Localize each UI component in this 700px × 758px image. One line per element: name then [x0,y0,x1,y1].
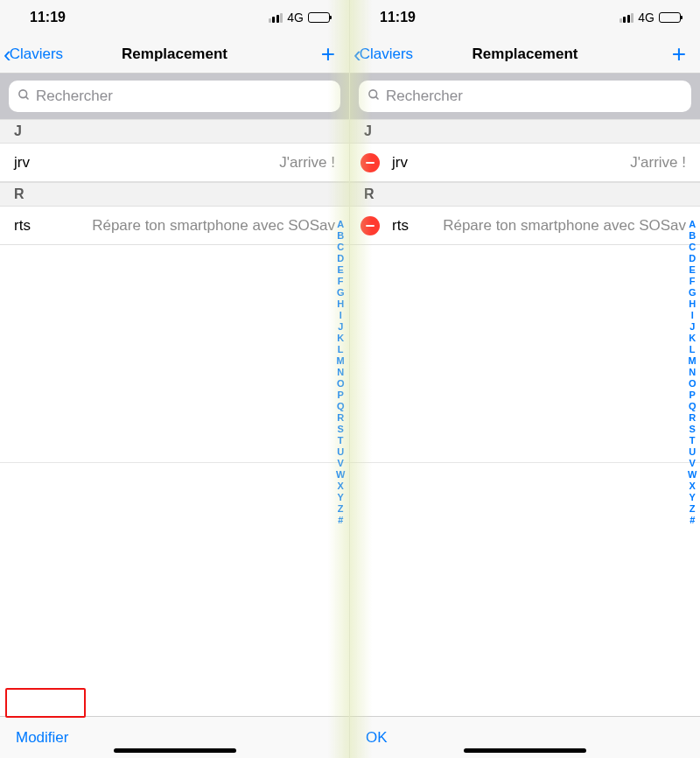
index-letter[interactable]: L [336,344,345,355]
index-letter[interactable]: # [688,515,696,526]
index-letter[interactable]: J [336,321,345,333]
nav-bar: ‹ Claviers Remplacement + [0,35,349,74]
phrase-text: Répare ton smartphone avec SOSav [419,217,686,235]
status-time: 11:19 [30,10,66,25]
index-letter[interactable]: J [688,321,696,333]
index-letter[interactable]: Z [336,503,345,515]
index-letter[interactable]: V [688,458,696,469]
replacements-list[interactable]: J jrv J'arrive ! R rts Répare ton smartp… [0,119,349,716]
home-indicator[interactable] [464,748,586,753]
index-letter[interactable]: Q [336,401,345,412]
index-letter[interactable]: K [336,333,345,344]
index-letter[interactable]: M [688,355,696,367]
list-item[interactable]: jrv J'arrive ! [350,144,700,182]
index-letter[interactable]: W [336,469,345,481]
index-letter[interactable]: F [336,276,345,287]
search-field[interactable] [9,81,340,112]
search-bar-container [350,74,700,119]
index-letter[interactable]: I [336,310,345,321]
index-letter[interactable]: P [336,390,345,401]
index-letter[interactable]: W [688,469,696,481]
search-input[interactable] [386,88,682,105]
index-letter[interactable]: G [336,287,345,298]
index-letter[interactable]: O [336,378,345,390]
index-letter[interactable]: R [688,412,696,424]
index-letter[interactable]: U [688,446,696,458]
list-item[interactable]: jrv J'arrive ! [0,144,349,182]
home-indicator[interactable] [114,748,236,753]
index-letter[interactable]: U [336,446,345,458]
replacements-list[interactable]: J jrv J'arrive ! R rts Répare ton smartp… [350,119,700,716]
delete-row-button[interactable] [360,153,380,172]
index-letter[interactable]: L [688,344,696,355]
index-letter[interactable]: B [336,230,345,242]
index-letter[interactable]: O [688,378,696,390]
add-button[interactable]: + [665,40,693,68]
index-letter[interactable]: S [336,424,345,435]
plus-icon: + [672,40,686,67]
index-letter[interactable]: T [336,435,345,446]
section-index[interactable]: ABCDEFGHIJKLMNOPQRSTUVWXYZ# [688,219,696,526]
back-button[interactable]: ‹ Claviers [354,43,413,66]
search-input[interactable] [36,88,332,105]
index-letter[interactable]: A [336,219,345,230]
index-letter[interactable]: H [336,298,345,310]
phrase-text: J'arrive ! [418,154,686,172]
back-button[interactable]: ‹ Claviers [4,43,63,66]
search-field[interactable] [359,81,691,112]
plus-icon: + [321,40,335,67]
network-label: 4G [638,11,654,25]
battery-icon [308,12,330,23]
index-letter[interactable]: P [688,390,696,401]
phrase-text: J'arrive ! [40,154,335,172]
index-letter[interactable]: Y [336,492,345,503]
index-letter[interactable]: V [336,458,345,469]
back-label: Claviers [10,46,63,63]
index-letter[interactable]: F [688,276,696,287]
svg-line-1 [25,96,28,99]
done-button[interactable]: OK [366,729,388,747]
index-letter[interactable]: M [336,355,345,367]
screen-view-mode: 11:19 4G ‹ Claviers Remplacement + J [0,0,350,758]
signal-icon [269,13,284,23]
empty-ruled-area [0,245,349,683]
index-letter[interactable]: A [688,219,696,230]
list-item[interactable]: rts Répare ton smartphone avec SOSav [0,207,349,245]
edit-button[interactable]: Modifier [16,729,68,747]
list-item[interactable]: rts Répare ton smartphone avec SOSav [350,207,700,245]
index-letter[interactable]: Q [688,401,696,412]
index-letter[interactable]: C [336,242,345,253]
index-letter[interactable]: R [336,412,345,424]
index-letter[interactable]: X [336,481,345,492]
index-letter[interactable]: X [688,481,696,492]
index-letter[interactable]: E [336,264,345,276]
index-letter[interactable]: # [336,515,345,526]
shortcut-text: jrv [14,154,30,172]
index-letter[interactable]: Z [688,503,696,515]
delete-row-button[interactable] [360,216,380,235]
section-header-j: J [0,119,349,144]
index-letter[interactable]: D [336,253,345,264]
status-time: 11:19 [380,10,416,25]
shortcut-text: jrv [392,154,408,172]
section-index[interactable]: ABCDEFGHIJKLMNOPQRSTUVWXYZ# [336,219,345,526]
index-letter[interactable]: S [688,424,696,435]
index-letter[interactable]: H [688,298,696,310]
index-letter[interactable]: I [688,310,696,321]
search-icon [368,88,381,105]
index-letter[interactable]: T [688,435,696,446]
index-letter[interactable]: E [688,264,696,276]
index-letter[interactable]: D [688,253,696,264]
index-letter[interactable]: B [688,230,696,242]
index-letter[interactable]: K [688,333,696,344]
add-button[interactable]: + [314,40,342,68]
network-label: 4G [287,11,304,25]
svg-point-0 [19,89,27,97]
index-letter[interactable]: Y [688,492,696,503]
battery-icon [659,12,681,23]
index-letter[interactable]: C [688,242,696,253]
shortcut-text: rts [392,217,409,235]
index-letter[interactable]: N [336,367,345,378]
index-letter[interactable]: G [688,287,696,298]
index-letter[interactable]: N [688,367,696,378]
